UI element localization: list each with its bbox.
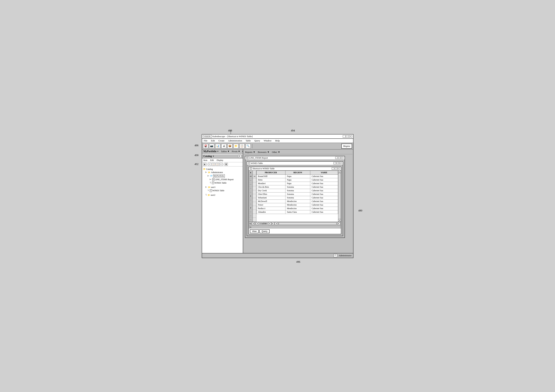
cell-region-8: Mendocino	[285, 200, 310, 203]
main-area: MyPortfolio ▼ Tables ▼ Pivots ▼ Graphs▼ …	[202, 149, 353, 253]
toolbar-icon-7[interactable]: 📋	[240, 144, 245, 148]
catalog-menu-edit[interactable]: Edit	[210, 159, 214, 162]
catalog-menu-display[interactable]: Display	[216, 159, 224, 162]
cell-producer-4: Clos du Bois	[256, 185, 285, 189]
tree-admin-icon: 📁	[208, 171, 211, 174]
annotation-488-top: 488	[228, 129, 232, 132]
port-extra-browsers[interactable]: Browsers ▼	[258, 151, 269, 154]
ind-1: 1	[249, 194, 253, 198]
col-producer: PRODUCER	[256, 170, 285, 175]
nav-prev[interactable]: ◄	[256, 222, 259, 225]
scroll-track[interactable]	[338, 173, 341, 219]
cell-variety-10: Cabernet Sau	[310, 207, 338, 210]
shortcut-close[interactable]: ✕	[337, 168, 340, 170]
lineitems-close[interactable]: ✕	[341, 157, 343, 159]
vertical-scrollbar: ▲ ▼	[338, 170, 341, 222]
toolbar-icon-2[interactable]: 📷	[209, 144, 214, 148]
ind-r11: —	[249, 218, 253, 222]
tree-catalog: 📁 Catalog	[203, 168, 242, 171]
toolbar-icon-3[interactable]: 📊	[215, 144, 220, 148]
tab-view[interactable]: View	[250, 229, 259, 233]
nav-last[interactable]: ►|	[271, 222, 274, 225]
minimize-button[interactable]: _	[343, 135, 346, 138]
wines-maximize[interactable]: □	[336, 162, 339, 164]
tab-area: View Query	[249, 229, 341, 234]
tree-wines-admin: └ T WINES Table	[203, 181, 242, 185]
wines-close[interactable]: ✕	[339, 162, 342, 164]
header-row: PRODUCER REGION VARIE	[256, 170, 338, 175]
title-bar-left: VISION: Kaleidoscope – [Shortcut to WINE…	[203, 135, 253, 138]
toolbar-icon-1[interactable]: 🎴	[203, 144, 208, 148]
shortcut-minimize[interactable]: _	[332, 168, 334, 170]
tab-query[interactable]: Query	[259, 229, 270, 233]
ind-scroll-up[interactable]: ▲	[249, 170, 253, 175]
wines-icon: T	[248, 162, 250, 164]
toolbar-icon-5[interactable]: 📦	[227, 144, 233, 148]
catalog-menu-item[interactable]: Item	[203, 159, 208, 162]
cell-variety-3: Cabernet Sau	[310, 182, 338, 185]
cell-producer-1: Round Hill	[256, 175, 285, 178]
cat-tool-3[interactable]: 📋	[212, 163, 215, 166]
toolbar-icon-8[interactable]: 🔍	[246, 144, 251, 148]
menu-file[interactable]: File	[204, 139, 208, 142]
tree-user1-label: user1	[211, 186, 216, 189]
nav-scroll-right[interactable]: ►	[337, 222, 340, 225]
nav-next[interactable]: ►	[268, 222, 271, 225]
scroll-down-arrow[interactable]: ▼	[338, 219, 341, 222]
portfolio-menu-tables[interactable]: Tables ▼	[221, 150, 230, 153]
menu-administration[interactable]: Administration	[228, 139, 242, 142]
title-bar: VISION: Kaleidoscope – [Shortcut to WINE…	[202, 134, 353, 139]
menu-create[interactable]: Create	[218, 139, 225, 142]
menu-edit[interactable]: Edit	[211, 139, 215, 142]
view-label-right: Vi	[249, 226, 251, 228]
view-label-left: Vi	[249, 222, 251, 225]
tree-user2-label: user2	[211, 194, 215, 197]
tree-user1: ⊢ 📁 user1	[203, 185, 242, 189]
table-row: Round Hill Napa Cabernet Sau	[256, 175, 338, 178]
lineitems-minimize[interactable]: _	[335, 157, 338, 159]
portfolio-menu-pivots[interactable]: Pivots ▼	[232, 150, 240, 153]
table-header: PRODUCER REGION VARIE	[256, 170, 338, 175]
port-extra-reports[interactable]: Reports ▼	[245, 151, 256, 154]
toolbar-icon-4[interactable]: 🖨	[221, 144, 226, 148]
magma-logo: Magma	[341, 144, 352, 148]
menu-table[interactable]: Table	[245, 139, 251, 142]
row-sel-6	[253, 194, 256, 198]
cat-tool-4[interactable]: 📋	[216, 163, 219, 166]
menu-query[interactable]: Query	[254, 139, 261, 142]
cat-tool-6[interactable]: 🖼	[225, 163, 228, 166]
port-extra-other[interactable]: Other ▼	[272, 151, 280, 154]
menu-window[interactable]: Window	[263, 139, 272, 142]
scroll-up-arrow[interactable]: ▲	[338, 170, 341, 173]
wines-window: T WINES Table _ □ ✕	[247, 161, 343, 236]
wines-minimize[interactable]: _	[334, 162, 336, 164]
close-button[interactable]: ✕	[349, 135, 352, 138]
menu-help[interactable]: Help	[275, 139, 280, 142]
cell-variety-2: Cabernet Sau	[310, 178, 338, 182]
table-row: Dry Creek Sonoma Cabernet Sau	[256, 189, 338, 192]
cat-tool-2[interactable]: ✂	[208, 163, 211, 166]
annotation-494: 494	[291, 129, 295, 132]
cat-tool-1[interactable]: ▦	[203, 163, 206, 166]
tree-catalog-icon: 📁	[203, 168, 206, 170]
left-nav-section: Vi |◄	[249, 222, 256, 225]
maximize-button[interactable]: □	[346, 135, 349, 138]
tree-portfolio-label[interactable]: MyPortfolio	[213, 174, 225, 178]
row-sel-12	[253, 218, 256, 222]
nav-first[interactable]: |◄	[252, 222, 255, 225]
table-row: McDowell Mendocino Cabernet Sau	[256, 200, 338, 203]
nav-page-info: 1 of 84	[259, 222, 268, 225]
shortcut-maximize[interactable]: □	[335, 168, 337, 170]
shortcut-title-text: Shortcut to WINES Table	[253, 167, 275, 170]
horiz-scroll-track[interactable]	[279, 222, 336, 225]
lineitems-maximize[interactable]: □	[338, 157, 341, 159]
row-sel-arrow[interactable]: ⇒	[253, 175, 256, 178]
tree-wines-user1-label: WINES Table	[212, 189, 224, 192]
portfolio-name[interactable]: MyPortfolio ▼	[204, 150, 219, 153]
toolbar-icon-6[interactable]: 📁	[234, 144, 239, 148]
cat-tool-5[interactable]: ✕	[219, 163, 223, 166]
nav-scroll-left[interactable]: ◄	[275, 222, 278, 225]
lineitems-title-text: LINE_ITEMS Report	[249, 157, 268, 159]
catalog-icon-btn[interactable]: 🖹	[238, 155, 241, 158]
table-row: Glen Ellen Sonoma Cabernet Sau	[256, 192, 338, 196]
